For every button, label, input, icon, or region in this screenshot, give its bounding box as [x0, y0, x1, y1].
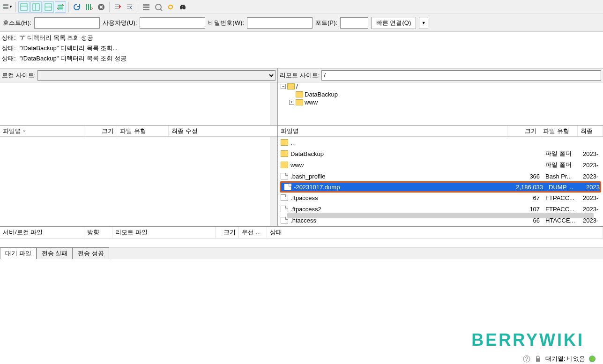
- site-manager-button[interactable]: ▼: [2, 1, 13, 13]
- file-icon: [284, 184, 291, 190]
- file-row[interactable]: DataBackup파일 폴더2023-: [278, 148, 603, 159]
- sync-browse-button[interactable]: [165, 1, 176, 13]
- host-input[interactable]: [34, 17, 100, 29]
- directory-compare-button[interactable]: [153, 1, 164, 13]
- cancel-button[interactable]: [96, 1, 107, 13]
- username-label: 사용자명(U):: [103, 19, 137, 27]
- scrollbar[interactable]: [287, 213, 594, 218]
- col-name[interactable]: 파일명: [278, 126, 507, 136]
- svg-rect-18: [181, 5, 185, 6]
- process-icon: [85, 3, 93, 11]
- toggle-local-tree-button[interactable]: [30, 1, 42, 13]
- col-size[interactable]: 크기: [507, 126, 540, 136]
- compare-icon: [154, 3, 163, 11]
- queue-status-label: 대기열: 비었음: [545, 355, 585, 363]
- disconnect-button[interactable]: [112, 1, 123, 13]
- password-label: 비밀번호(W):: [208, 19, 244, 27]
- folder-icon: [287, 83, 295, 89]
- folder-icon: [296, 99, 303, 105]
- file-mtime: 2023-: [580, 150, 603, 157]
- remote-site-label: 리모트 사이트:: [280, 71, 320, 80]
- process-queue-button[interactable]: [83, 1, 95, 13]
- col-status[interactable]: 상태: [267, 227, 603, 238]
- svg-rect-12: [143, 7, 149, 8]
- scrollbar[interactable]: [270, 82, 277, 125]
- remote-directory-tree[interactable]: − / DataBackup + www: [278, 82, 603, 126]
- port-input[interactable]: [340, 17, 368, 29]
- local-path-input[interactable]: [37, 70, 275, 81]
- help-icon[interactable]: ?: [523, 355, 530, 363]
- col-mtime[interactable]: 최종: [578, 126, 603, 136]
- local-directory-tree[interactable]: [0, 82, 277, 126]
- file-name: www: [290, 162, 510, 169]
- username-input[interactable]: [140, 17, 205, 29]
- svg-line-15: [160, 9, 162, 11]
- remote-file-list[interactable]: ..DataBackup파일 폴더2023-www파일 폴더2023-.bash…: [278, 137, 603, 226]
- reconnect-icon: [126, 3, 134, 11]
- file-filters-button[interactable]: [141, 1, 152, 13]
- tab-failed[interactable]: 전송 실패: [37, 247, 73, 259]
- refresh-button[interactable]: [71, 1, 82, 13]
- col-name[interactable]: 파일명^: [0, 126, 84, 136]
- tree-item[interactable]: − /: [278, 82, 603, 90]
- file-row[interactable]: ..: [278, 137, 603, 148]
- col-server-local[interactable]: 서버/로컬 파일: [0, 227, 84, 238]
- main-toolbar: ▼: [0, 0, 603, 14]
- file-type: FTPACC...: [543, 206, 580, 213]
- password-input[interactable]: [247, 17, 313, 29]
- file-type: FTPACC...: [543, 194, 580, 201]
- remote-pane: 리모트 사이트: − / DataBackup + www 파일명 크기 파일 …: [278, 68, 603, 226]
- tab-success[interactable]: 전송 성공: [73, 247, 109, 259]
- folder-icon: [281, 139, 288, 146]
- expand-icon[interactable]: +: [289, 100, 294, 105]
- toggle-queue-button[interactable]: [55, 1, 66, 13]
- file-row[interactable]: .ftpaccess67FTPACC...2023-: [278, 192, 603, 203]
- collapse-icon[interactable]: −: [281, 84, 286, 89]
- svg-rect-4: [21, 4, 27, 10]
- toggle-log-button[interactable]: [18, 1, 30, 13]
- log-entry: 상태:"/DataBackup" 디렉터리 목록 조회...: [2, 43, 601, 53]
- col-remote-file[interactable]: 리모트 파일: [112, 227, 216, 238]
- tree-item-label: /: [296, 83, 298, 90]
- message-log[interactable]: 상태:"/" 디렉터리 목록 조회 성공 상태:"/DataBackup" 디렉…: [0, 32, 603, 68]
- col-direction[interactable]: 방향: [84, 227, 112, 238]
- file-mtime: 2023: [583, 184, 600, 191]
- file-name: ..: [290, 139, 510, 146]
- scrollbar[interactable]: [270, 137, 277, 226]
- file-name: .ftpaccess: [290, 194, 510, 201]
- file-mtime: 2023-: [580, 194, 603, 201]
- file-row[interactable]: -20231017.dump2,186,033DUMP ...2023: [280, 181, 601, 193]
- file-size: 67: [510, 194, 543, 201]
- lock-icon[interactable]: [534, 355, 542, 363]
- status-bar: ? 대기열: 비었음: [523, 354, 603, 364]
- tree-item[interactable]: DataBackup: [278, 90, 603, 98]
- toggle-remote-tree-button[interactable]: [43, 1, 54, 13]
- col-type[interactable]: 파일 유형: [117, 126, 169, 136]
- quickconnect-button[interactable]: 빠른 연결(Q): [371, 17, 416, 29]
- local-file-list[interactable]: [0, 137, 277, 226]
- tree-pane2-icon: [44, 3, 52, 11]
- quickconnect-history-dropdown[interactable]: ▼: [419, 17, 428, 29]
- col-size[interactable]: 크기: [84, 126, 117, 136]
- watermark: BERRYWIKI: [471, 330, 584, 350]
- col-type[interactable]: 파일 유형: [540, 126, 578, 136]
- toolbar-separator: [109, 2, 110, 12]
- sync-icon: [166, 3, 175, 11]
- reconnect-button[interactable]: [124, 1, 135, 13]
- file-row[interactable]: www파일 폴더2023-: [278, 159, 603, 171]
- col-mtime[interactable]: 최종 수정: [169, 126, 277, 136]
- col-priority[interactable]: 우선 ...: [239, 227, 267, 238]
- tree-item[interactable]: + www: [278, 98, 603, 106]
- remote-path-input[interactable]: [321, 70, 601, 81]
- col-size[interactable]: 크기: [216, 227, 239, 238]
- file-type: 파일 폴더: [543, 161, 580, 169]
- queue-tabs: 대기 파일 전송 실패 전송 성공: [0, 247, 603, 259]
- tab-queue[interactable]: 대기 파일: [0, 247, 37, 259]
- file-size: 366: [510, 173, 543, 180]
- binoculars-icon: [179, 3, 187, 11]
- sort-asc-icon: ^: [23, 129, 25, 134]
- find-button[interactable]: [177, 1, 188, 13]
- file-row[interactable]: .bash_profile366Bash Pr...2023-: [278, 171, 603, 182]
- filter-icon: [142, 3, 150, 11]
- transfer-queue-list[interactable]: [0, 238, 603, 247]
